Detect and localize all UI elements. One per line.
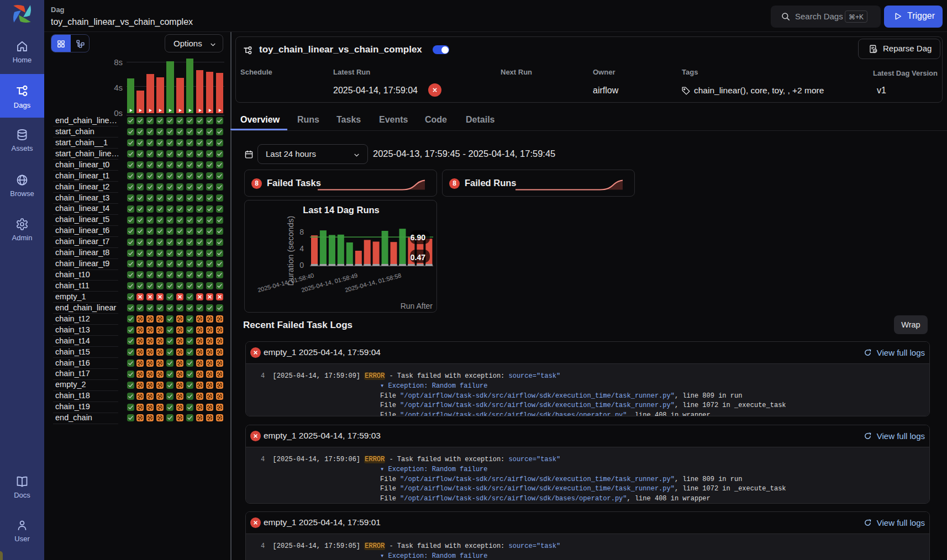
- svg-text:Run After: Run After: [401, 302, 433, 310]
- svg-text:0.47: 0.47: [411, 253, 425, 262]
- svg-text:0: 0: [299, 261, 304, 270]
- svg-text:8: 8: [299, 228, 304, 236]
- svg-text:4: 4: [299, 244, 304, 253]
- svg-text:6.90: 6.90: [411, 233, 425, 242]
- svg-text:Duration (seconds): Duration (seconds): [286, 216, 295, 286]
